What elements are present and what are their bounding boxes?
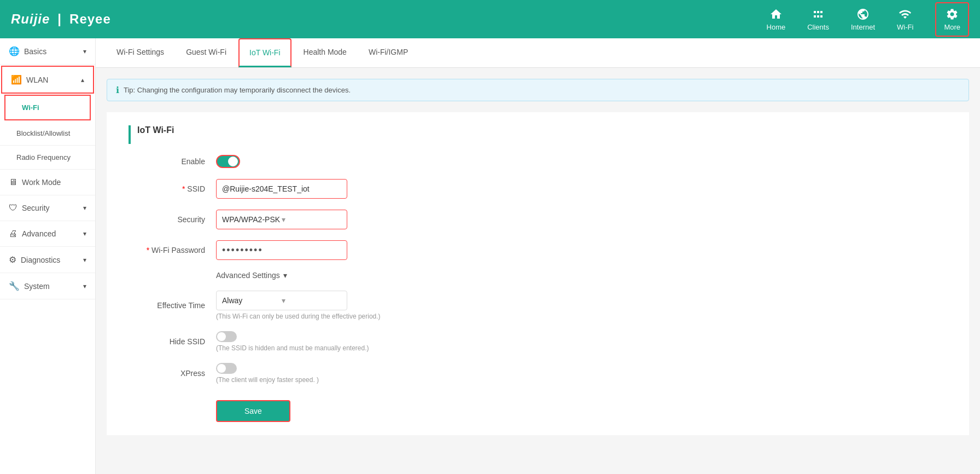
- effective-time-row: Effective Time Alway ▾ (This Wi-Fi can o…: [129, 291, 947, 320]
- sidebar-item-basics[interactable]: 🌐 Basics ▾: [0, 38, 95, 65]
- ssid-label: SSID: [129, 184, 216, 193]
- nav-more[interactable]: More: [935, 2, 969, 37]
- enable-toggle[interactable]: [216, 155, 240, 168]
- tip-text: Tip: Changing the configuration may temp…: [124, 86, 351, 94]
- hide-ssid-hint: (The SSID is hidden and must be manually…: [216, 344, 369, 352]
- nav-home-label: Home: [767, 23, 786, 31]
- sidebar-item-workmode[interactable]: 🖥 Work Mode: [0, 170, 95, 195]
- chevron-up-icon: ▴: [81, 76, 84, 84]
- sidebar-advanced-label: Advanced: [22, 229, 56, 238]
- logo-ruijie: Ruijie: [11, 11, 50, 27]
- tab-iot-wifi[interactable]: IoT Wi-Fi: [238, 38, 291, 67]
- security-icon: 🛡: [9, 203, 18, 213]
- sidebar-blocklist-label: Blocklist/Allowlist: [16, 129, 70, 137]
- password-field: 👁: [216, 240, 347, 260]
- tip-bar: ℹ Tip: Changing the configuration may te…: [107, 79, 969, 101]
- globe-icon: 🌐: [9, 46, 20, 56]
- section-title: IoT Wi-Fi: [129, 125, 947, 144]
- tab-guest-wifi[interactable]: Guest Wi-Fi: [176, 39, 236, 67]
- effective-time-label: Effective Time: [129, 301, 216, 310]
- chevron-down-icon: ▾: [83, 48, 86, 55]
- form-area: IoT Wi-Fi Enable SSID Security WPA/WPA2-…: [107, 112, 969, 435]
- chevron-down-icon: ▾: [83, 256, 86, 264]
- security-select[interactable]: WPA/WPA2-PSK ▾: [216, 210, 347, 229]
- chevron-down-icon: ▾: [283, 271, 287, 280]
- xpress-label: XPress: [129, 369, 216, 378]
- logo-divider: |: [57, 11, 62, 27]
- effective-time-select[interactable]: Alway ▾: [216, 291, 347, 310]
- sidebar-item-wifi[interactable]: Wi-Fi: [4, 95, 91, 120]
- sidebar-security-label: Security: [22, 204, 50, 212]
- sidebar-item-wlan[interactable]: 📶 WLAN ▴: [1, 66, 94, 94]
- advanced-settings-toggle[interactable]: Advanced Settings ▾: [129, 271, 947, 280]
- top-navigation: Ruijie | Reyee Home Clients Internet Wi-…: [0, 0, 980, 38]
- nav-clients[interactable]: Clients: [807, 8, 829, 31]
- chevron-down-icon: ▾: [282, 215, 341, 224]
- sidebar-item-system[interactable]: 🔧 System ▾: [0, 273, 95, 299]
- hide-ssid-label: Hide SSID: [129, 337, 216, 346]
- sidebar-wifi-label: Wi-Fi: [22, 103, 39, 112]
- xpress-toggle[interactable]: [216, 363, 237, 374]
- sidebar-item-radio[interactable]: Radio Frequency: [0, 146, 95, 170]
- tab-wifi-igmp[interactable]: Wi-Fi/IGMP: [359, 39, 418, 67]
- content-body: ℹ Tip: Changing the configuration may te…: [96, 68, 980, 446]
- advanced-settings-label: Advanced Settings: [216, 271, 280, 280]
- system-icon: 🔧: [9, 281, 20, 291]
- sidebar-workmode-label: Work Mode: [22, 178, 61, 187]
- diagnostics-icon: ⚙: [9, 255, 16, 265]
- ssid-row: SSID: [129, 179, 947, 199]
- nav-items: Home Clients Internet Wi-Fi More: [767, 2, 969, 37]
- security-row: Security WPA/WPA2-PSK ▾: [129, 210, 947, 229]
- nav-home[interactable]: Home: [767, 8, 786, 31]
- chevron-down-icon: ▾: [83, 204, 86, 212]
- enable-row: Enable: [129, 155, 947, 168]
- chevron-down-icon: ▾: [83, 230, 86, 238]
- security-value: WPA/WPA2-PSK: [222, 215, 282, 224]
- xpress-row: XPress (The client will enjoy faster spe…: [129, 363, 947, 384]
- sidebar-system-label: System: [24, 282, 50, 291]
- workmode-icon: 🖥: [9, 177, 18, 187]
- nav-more-label: More: [944, 23, 960, 31]
- sidebar-item-blocklist[interactable]: Blocklist/Allowlist: [0, 122, 95, 146]
- chevron-down-icon: ▾: [282, 296, 341, 305]
- info-icon: ℹ: [116, 85, 119, 95]
- password-label: Wi-Fi Password: [129, 246, 216, 255]
- enable-label: Enable: [129, 157, 216, 166]
- password-input[interactable]: [217, 245, 347, 256]
- hide-ssid-row: Hide SSID (The SSID is hidden and must b…: [129, 331, 947, 352]
- sidebar: 🌐 Basics ▾ 📶 WLAN ▴ Wi-Fi Blocklist/Allo…: [0, 38, 96, 474]
- nav-internet-label: Internet: [851, 23, 875, 31]
- ssid-input[interactable]: [216, 179, 347, 199]
- sidebar-wlan-label: WLAN: [26, 76, 48, 84]
- security-label: Security: [129, 215, 216, 224]
- effective-time-value: Alway: [222, 296, 282, 305]
- brand-logo: Ruijie | Reyee: [11, 11, 111, 27]
- main-layout: 🌐 Basics ▾ 📶 WLAN ▴ Wi-Fi Blocklist/Allo…: [0, 38, 980, 474]
- content-area: Wi-Fi Settings Guest Wi-Fi IoT Wi-Fi Hea…: [96, 38, 980, 474]
- advanced-icon: 🖨: [9, 229, 18, 239]
- hide-ssid-toggle[interactable]: [216, 331, 237, 342]
- logo-reyee: Reyee: [69, 11, 111, 27]
- sidebar-item-security[interactable]: 🛡 Security ▾: [0, 195, 95, 221]
- wifi-icon: 📶: [11, 74, 22, 85]
- sidebar-diagnostics-label: Diagnostics: [21, 256, 60, 264]
- nav-wifi-label: Wi-Fi: [897, 23, 913, 31]
- save-button[interactable]: Save: [216, 400, 290, 422]
- effective-time-hint: (This Wi-Fi can only be used during the …: [216, 313, 381, 320]
- xpress-hint: (The client will enjoy faster speed. ): [216, 376, 319, 384]
- nav-clients-label: Clients: [807, 23, 829, 31]
- sidebar-item-diagnostics[interactable]: ⚙ Diagnostics ▾: [0, 247, 95, 273]
- nav-internet[interactable]: Internet: [851, 8, 875, 31]
- tab-health-mode[interactable]: Health Mode: [294, 39, 357, 67]
- password-row: Wi-Fi Password 👁: [129, 240, 947, 260]
- sidebar-item-advanced[interactable]: 🖨 Advanced ▾: [0, 221, 95, 247]
- tab-bar: Wi-Fi Settings Guest Wi-Fi IoT Wi-Fi Hea…: [96, 38, 980, 68]
- sidebar-basics-label: Basics: [24, 47, 46, 56]
- tab-wifi-settings[interactable]: Wi-Fi Settings: [107, 39, 174, 67]
- sidebar-radio-label: Radio Frequency: [16, 153, 71, 161]
- chevron-down-icon: ▾: [83, 282, 86, 290]
- nav-wifi[interactable]: Wi-Fi: [897, 8, 913, 31]
